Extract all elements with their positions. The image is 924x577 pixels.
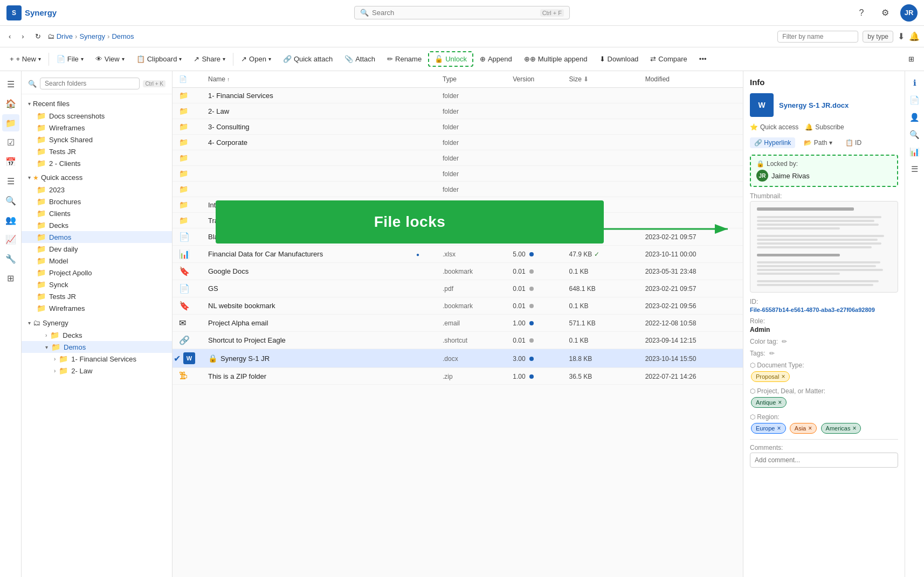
table-row[interactable]: 📁 1- Financial Services folder bbox=[173, 88, 743, 103]
side-icon-home[interactable]: 🏠 bbox=[2, 95, 19, 112]
new-button[interactable]: + + New ▾ bbox=[4, 52, 46, 66]
tag-europe-remove[interactable]: × bbox=[777, 425, 781, 432]
quick-access-action[interactable]: ⭐ Quick access bbox=[750, 123, 798, 131]
side-icon-settings2[interactable]: 🔧 bbox=[2, 250, 19, 267]
table-row[interactable]: 🗜 This is a ZIP folder .zip 1.00 36.5 KB… bbox=[173, 368, 743, 385]
sidebar-item-1-financial[interactable]: › 📁 1- Financial Services bbox=[22, 353, 172, 365]
nav-bell-icon[interactable]: 🔔 bbox=[909, 31, 920, 41]
tab-id[interactable]: 📋 ID bbox=[841, 137, 866, 148]
right-icon-person[interactable]: 👤 bbox=[907, 110, 922, 125]
attach-button[interactable]: 📎 Attach bbox=[339, 52, 381, 66]
help-button[interactable]: ? bbox=[853, 4, 870, 22]
color-tag-edit-icon[interactable]: ✏ bbox=[782, 338, 787, 345]
right-icon-doc[interactable]: 📄 bbox=[907, 93, 922, 108]
breadcrumb-demos[interactable]: Demos bbox=[112, 32, 134, 40]
sidebar-item-brochures[interactable]: 📁 Brochures bbox=[22, 196, 172, 207]
share-button[interactable]: ↗ Share ▾ bbox=[188, 52, 231, 66]
multiple-append-button[interactable]: ⊕⊕ Multiple append bbox=[519, 52, 593, 66]
breadcrumb-synergy[interactable]: Synergy bbox=[79, 32, 105, 40]
sidebar-item-decks[interactable]: 📁 Decks bbox=[22, 219, 172, 231]
side-icon-chart[interactable]: 📈 bbox=[2, 231, 19, 248]
side-icon-menu[interactable]: ☰ bbox=[2, 75, 19, 93]
sidebar-item-docs-screenshots[interactable]: 📁 Docs screenshots bbox=[22, 110, 172, 122]
sidebar-item-dev-daily[interactable]: 📁 Dev daily bbox=[22, 243, 172, 255]
table-row[interactable]: 📊 Financial Data for Car Manufacturers ●… bbox=[173, 246, 743, 263]
quick-attach-button[interactable]: 🔗 Quick attach bbox=[278, 52, 338, 66]
sidebar-item-2023[interactable]: 📁 2023 bbox=[22, 184, 172, 196]
compare-button[interactable]: ⇄ Compare bbox=[645, 52, 692, 66]
append-button[interactable]: ⊕ Append bbox=[474, 52, 518, 66]
tag-americas-remove[interactable]: × bbox=[852, 425, 856, 432]
more-button[interactable]: ••• bbox=[694, 52, 712, 66]
refresh-button[interactable]: ↻ bbox=[31, 30, 45, 43]
user-avatar[interactable]: JR bbox=[900, 4, 918, 22]
right-icon-chart[interactable]: 📊 bbox=[907, 144, 922, 159]
global-search[interactable]: 🔍 Ctrl + F bbox=[354, 6, 570, 19]
side-icon-list[interactable]: ☰ bbox=[2, 172, 19, 190]
sidebar-item-wireframes2[interactable]: 📁 Wireframes bbox=[22, 302, 172, 314]
tag-proposal-remove[interactable]: × bbox=[781, 373, 785, 380]
sidebar-item-project-apollo[interactable]: 📁 Project Apollo bbox=[22, 267, 172, 279]
side-icon-people[interactable]: 👥 bbox=[2, 211, 19, 228]
view-button[interactable]: 👁 View ▾ bbox=[90, 52, 130, 66]
table-row[interactable]: 📁 folder bbox=[173, 150, 743, 166]
th-modified[interactable]: Modified bbox=[639, 71, 743, 88]
filter-type-dropdown[interactable]: by type bbox=[863, 31, 893, 43]
table-row[interactable]: 🔖 NL website bookmark .bookmark 0.01 0.1… bbox=[173, 297, 743, 315]
side-icon-calendar[interactable]: 📅 bbox=[2, 153, 19, 170]
side-icon-files[interactable]: 📁 bbox=[2, 114, 19, 131]
table-row[interactable]: 🔖 Google Docs .bookmark 0.01 0.1 KB 2023… bbox=[173, 263, 743, 280]
th-size[interactable]: Size ⬇ bbox=[562, 71, 617, 88]
tab-path[interactable]: 📂 Path ▾ bbox=[799, 137, 836, 148]
tags-edit-icon[interactable]: ✏ bbox=[769, 350, 775, 357]
clipboard-button[interactable]: 📋 Clipboard ▾ bbox=[131, 52, 188, 66]
right-icon-list[interactable]: ☰ bbox=[907, 162, 922, 177]
side-icon-tasks[interactable]: ☑ bbox=[2, 134, 19, 151]
th-name[interactable]: Name ↑ bbox=[202, 71, 410, 88]
table-row[interactable]: 📁 3- Consulting folder bbox=[173, 119, 743, 135]
comment-input[interactable] bbox=[750, 453, 898, 468]
recent-files-header[interactable]: ▾ Recent files bbox=[22, 98, 172, 110]
rename-button[interactable]: ✏ Rename bbox=[382, 52, 427, 66]
th-type[interactable]: Type bbox=[436, 71, 506, 88]
forward-button[interactable]: › bbox=[17, 30, 28, 43]
quick-access-header[interactable]: ▾ ★ Quick access bbox=[22, 171, 172, 184]
tab-hyperlink[interactable]: 🔗 Hyperlink bbox=[750, 137, 795, 148]
table-row[interactable]: ✉ Project Alpha email .email 1.00 571.1 … bbox=[173, 315, 743, 332]
back-button[interactable]: ‹ bbox=[4, 30, 15, 43]
right-icon-info[interactable]: ℹ bbox=[907, 75, 922, 91]
table-row[interactable]: 🔗 Shortcut to Project Eagle .shortcut 0.… bbox=[173, 332, 743, 349]
open-button[interactable]: ↗ Open ▾ bbox=[236, 52, 277, 66]
sidebar-item-tests-jr2[interactable]: 📁 Tests JR bbox=[22, 290, 172, 302]
subscribe-action[interactable]: 🔔 Subscribe bbox=[805, 123, 844, 131]
table-row[interactable]: 📁 folder bbox=[173, 166, 743, 182]
sidebar-item-synck-shared[interactable]: 📁 Synck Shared bbox=[22, 134, 172, 145]
nav-download-icon[interactable]: ⬇ bbox=[898, 31, 905, 41]
sidebar-item-clients[interactable]: 📁 Clients bbox=[22, 207, 172, 219]
table-row[interactable]: 📁 4- Corporate folder bbox=[173, 135, 743, 150]
layout-button[interactable]: ⊞ bbox=[903, 52, 920, 66]
sidebar-item-synck[interactable]: 📁 Synck bbox=[22, 279, 172, 290]
side-icon-search[interactable]: 🔍 bbox=[2, 192, 19, 209]
synergy-header[interactable]: ▾ 🗂 Synergy bbox=[22, 316, 172, 329]
tag-antique-remove[interactable]: × bbox=[778, 399, 782, 406]
unlock-button[interactable]: 🔓 Unlock bbox=[428, 51, 473, 67]
file-button[interactable]: 📄 File ▾ bbox=[51, 52, 89, 66]
sidebar-item-wireframes[interactable]: 📁 Wireframes bbox=[22, 122, 172, 134]
breadcrumb-drive[interactable]: Drive bbox=[57, 32, 73, 40]
table-row[interactable]: 📁 2- Law folder bbox=[173, 103, 743, 119]
filter-input[interactable] bbox=[777, 31, 858, 43]
table-row[interactable]: 📁 folder bbox=[173, 182, 743, 197]
tag-asia-remove[interactable]: × bbox=[808, 425, 812, 432]
sidebar-item-synergy-demos[interactable]: ▾ 📁 Demos bbox=[22, 341, 172, 353]
sidebar-item-model[interactable]: 📁 Model bbox=[22, 255, 172, 267]
sidebar-search-input[interactable] bbox=[40, 78, 140, 89]
search-input[interactable] bbox=[372, 9, 537, 17]
sidebar-item-tests-jr[interactable]: 📁 Tests JR bbox=[22, 145, 172, 157]
th-version[interactable]: Version bbox=[506, 71, 562, 88]
table-row-selected[interactable]: ✔ W 🔒 Synergy S-1 JR .docx 3.00 18.8 KB … bbox=[173, 349, 743, 368]
side-icon-grid[interactable]: ⊞ bbox=[2, 269, 19, 287]
settings-button[interactable]: ⚙ bbox=[877, 4, 894, 22]
sidebar-item-synergy-decks[interactable]: › 📁 Decks bbox=[22, 329, 172, 341]
sidebar-item-demos[interactable]: 📁 Demos bbox=[22, 231, 172, 243]
